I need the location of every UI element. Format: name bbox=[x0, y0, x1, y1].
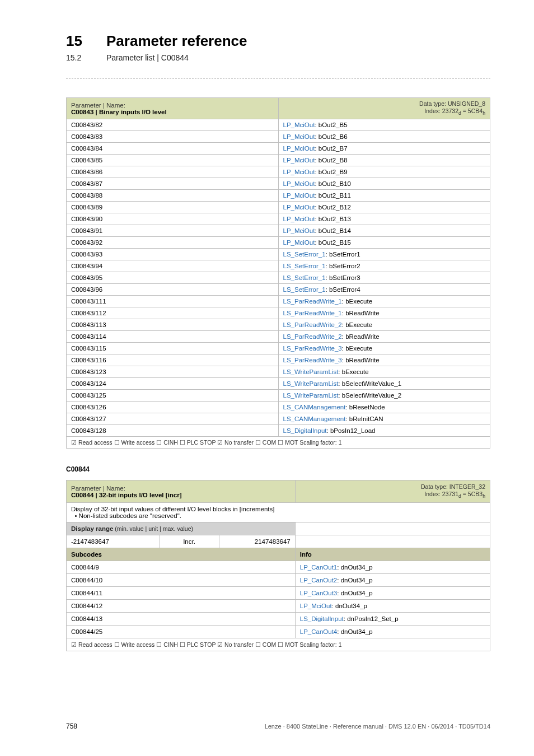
table-row: C00843/88LP_MciOut: bOut2_B11 bbox=[67, 190, 490, 202]
signal-suffix: : bSetError4 bbox=[326, 286, 360, 293]
signal-cell: LP_MciOut: bOut2_B7 bbox=[278, 143, 490, 155]
signal-link[interactable]: LS_DigitalInput bbox=[283, 427, 327, 434]
signal-cell: LP_MciOut: bOut2_B10 bbox=[278, 178, 490, 190]
signal-link[interactable]: LS_CANManagement bbox=[283, 416, 346, 422]
signal-link[interactable]: LP_MciOut bbox=[283, 204, 315, 211]
signal-cell: LS_DigitalInput: dnPosIn12_Set_p bbox=[295, 613, 490, 626]
signal-link[interactable]: LP_CanOut4 bbox=[300, 628, 338, 635]
table-row: C00843/89LP_MciOut: bOut2_B12 bbox=[67, 202, 490, 213]
signal-cell: LS_CANManagement: bResetNode bbox=[278, 402, 490, 413]
signal-link[interactable]: LP_CanOut1 bbox=[300, 564, 338, 571]
signal-suffix: : bPosIn12_Load bbox=[327, 427, 376, 434]
signal-link[interactable]: LP_MciOut bbox=[283, 227, 315, 234]
signal-cell: LP_CanOut2: dnOut34_p bbox=[295, 574, 490, 587]
table-row: C00843/114LS_ParReadWrite_2: bReadWrite bbox=[67, 331, 490, 343]
display-range-label: Display range bbox=[71, 525, 113, 532]
signal-link[interactable]: LS_SetError_1 bbox=[283, 263, 326, 269]
subcode-cell: C00843/115 bbox=[67, 343, 279, 354]
signal-cell: LP_MciOut: bOut2_B5 bbox=[278, 119, 490, 131]
signal-suffix: : bReadWrite bbox=[342, 310, 380, 316]
table-row: C00843/84LP_MciOut: bOut2_B7 bbox=[67, 143, 490, 155]
footer-meta: Lenze · 8400 StateLine · Reference manua… bbox=[265, 723, 490, 730]
access-footer: ☑ Read access ☐ Write access ☐ CINH ☐ PL… bbox=[71, 439, 342, 446]
index-label: Index: 23732d = 5CB4h bbox=[424, 108, 485, 114]
signal-link[interactable]: LS_SetError_1 bbox=[283, 274, 326, 281]
subcode-cell: C00843/84 bbox=[67, 143, 279, 155]
table-row: C00844/10LP_CanOut2: dnOut34_p bbox=[67, 574, 490, 587]
signal-cell: LP_CanOut3: dnOut34_p bbox=[295, 587, 490, 600]
signal-link[interactable]: LS_ParReadWrite_3 bbox=[283, 345, 342, 352]
signal-link[interactable]: LP_MciOut bbox=[283, 192, 315, 199]
signal-cell: LP_MciOut: bOut2_B15 bbox=[278, 237, 490, 249]
subcode-cell: C00843/83 bbox=[67, 131, 279, 143]
signal-cell: LS_ParReadWrite_3: bReadWrite bbox=[278, 354, 490, 366]
signal-suffix: : bOut2_B9 bbox=[315, 169, 347, 175]
signal-link[interactable]: LP_MciOut bbox=[283, 145, 315, 152]
parameter-anchor: C00844 bbox=[66, 465, 490, 473]
signal-link[interactable]: LS_ParReadWrite_1 bbox=[283, 310, 342, 316]
signal-cell: LS_WriteParamList: bSelectWriteValue_1 bbox=[278, 378, 490, 390]
signal-link[interactable]: LP_MciOut bbox=[283, 216, 315, 222]
access-footer: ☑ Read access ☐ Write access ☐ CINH ☐ PL… bbox=[71, 641, 342, 648]
signal-suffix: : bOut2_B7 bbox=[315, 145, 347, 152]
subcode-cell: C00843/93 bbox=[67, 249, 279, 260]
signal-cell: LP_MciOut: bOut2_B8 bbox=[278, 155, 490, 166]
signal-suffix: : bSetError1 bbox=[326, 251, 360, 258]
table-row: C00843/116LS_ParReadWrite_3: bReadWrite bbox=[67, 354, 490, 366]
table-row: C00844/13LS_DigitalInput: dnPosIn12_Set_… bbox=[67, 613, 490, 626]
signal-cell: LS_SetError_1: bSetError4 bbox=[278, 284, 490, 296]
signal-link[interactable]: LS_ParReadWrite_2 bbox=[283, 321, 342, 328]
signal-link[interactable]: LS_WriteParamList bbox=[283, 392, 339, 399]
signal-suffix: : bExecute bbox=[342, 321, 372, 328]
subcode-cell: C00843/116 bbox=[67, 354, 279, 366]
signal-suffix: : bOut2_B5 bbox=[315, 122, 347, 128]
subcode-cell: C00843/94 bbox=[67, 260, 279, 272]
signal-link[interactable]: LS_SetError_1 bbox=[283, 251, 326, 258]
table-row: C00843/128LS_DigitalInput: bPosIn12_Load bbox=[67, 425, 490, 437]
signal-link[interactable]: LP_MciOut bbox=[283, 157, 315, 164]
subcode-cell: C00843/111 bbox=[67, 296, 279, 307]
signal-link[interactable]: LS_ParReadWrite_3 bbox=[283, 357, 342, 363]
signal-link[interactable]: LS_WriteParamList bbox=[283, 368, 339, 375]
table-row: C00843/94LS_SetError_1: bSetError2 bbox=[67, 260, 490, 272]
signal-link[interactable]: LS_ParReadWrite_1 bbox=[283, 298, 342, 305]
display-range-detail: (min. value | unit | max. value) bbox=[113, 525, 193, 532]
signal-link[interactable]: LP_MciOut bbox=[300, 603, 332, 609]
signal-link[interactable]: LS_WriteParamList bbox=[283, 380, 339, 387]
signal-link[interactable]: LP_MciOut bbox=[283, 122, 315, 128]
subcode-cell: C00844/25 bbox=[67, 626, 296, 638]
table-row: C00843/124LS_WriteParamList: bSelectWrit… bbox=[67, 378, 490, 390]
index-label: Index: 23731d = 5CB3h bbox=[424, 491, 485, 497]
table-row: C00844/25LP_CanOut4: dnOut34_p bbox=[67, 626, 490, 638]
signal-suffix: : dnOut34_p bbox=[337, 628, 372, 635]
subcode-cell: C00843/87 bbox=[67, 178, 279, 190]
signal-suffix: : bOut2_B15 bbox=[315, 239, 351, 246]
signal-link[interactable]: LS_SetError_1 bbox=[283, 286, 326, 293]
subcode-cell: C00843/91 bbox=[67, 225, 279, 237]
signal-link[interactable]: LP_CanOut2 bbox=[300, 577, 338, 584]
table-row: C00843/87LP_MciOut: bOut2_B10 bbox=[67, 178, 490, 190]
table-row: C00844/12LP_MciOut: dnOut34_p bbox=[67, 600, 490, 613]
signal-link[interactable]: LP_MciOut bbox=[283, 169, 315, 175]
signal-suffix: : bOut2_B6 bbox=[315, 133, 347, 140]
signal-cell: LS_SetError_1: bSetError3 bbox=[278, 272, 490, 284]
table-row: C00843/93LS_SetError_1: bSetError1 bbox=[67, 249, 490, 260]
signal-cell: LS_ParReadWrite_2: bExecute bbox=[278, 319, 490, 331]
signal-link[interactable]: LP_MciOut bbox=[283, 133, 315, 140]
signal-link[interactable]: LS_ParReadWrite_2 bbox=[283, 333, 342, 340]
signal-cell: LS_WriteParamList: bExecute bbox=[278, 366, 490, 378]
subcode-cell: C00843/125 bbox=[67, 390, 279, 402]
subcode-cell: C00843/86 bbox=[67, 166, 279, 178]
subcode-cell: C00843/85 bbox=[67, 155, 279, 166]
signal-link[interactable]: LS_CANManagement bbox=[283, 404, 346, 410]
signal-cell: LP_CanOut1: dnOut34_p bbox=[295, 561, 490, 574]
table-row: C00843/113LS_ParReadWrite_2: bExecute bbox=[67, 319, 490, 331]
table-row: C00843/115LS_ParReadWrite_3: bExecute bbox=[67, 343, 490, 354]
signal-link[interactable]: LS_DigitalInput bbox=[300, 615, 344, 622]
section-title: Parameter list | C00844 bbox=[106, 53, 189, 62]
signal-link[interactable]: LP_CanOut3 bbox=[300, 590, 338, 596]
signal-cell: LS_CANManagement: bReInitCAN bbox=[278, 413, 490, 425]
info-header: Info bbox=[300, 551, 312, 558]
signal-link[interactable]: LP_MciOut bbox=[283, 180, 315, 187]
signal-link[interactable]: LP_MciOut bbox=[283, 239, 315, 246]
